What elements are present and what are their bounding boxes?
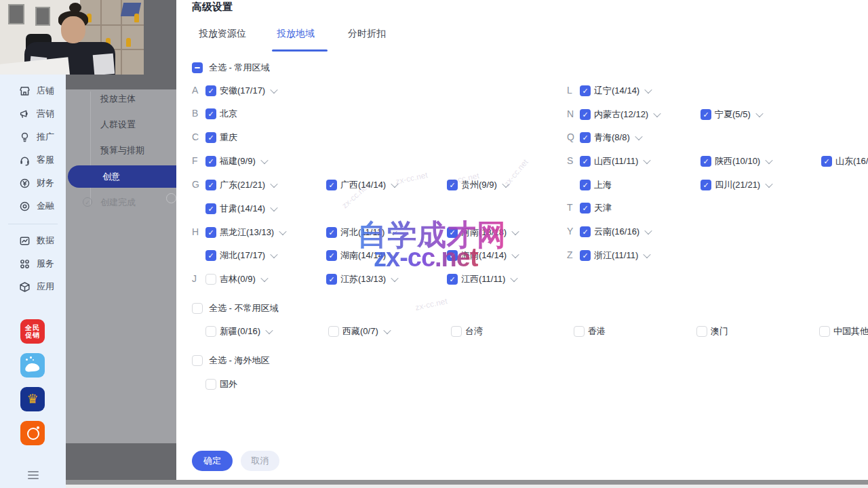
region-item[interactable]: 四川(21/21) bbox=[701, 178, 772, 192]
chevron-down-icon[interactable] bbox=[279, 228, 287, 235]
region-item[interactable]: 澳门 bbox=[696, 325, 728, 338]
chevron-down-icon[interactable] bbox=[512, 251, 519, 258]
region-item[interactable]: 浙江(11/11) bbox=[580, 249, 650, 262]
checkbox[interactable] bbox=[580, 203, 591, 214]
chevron-down-icon[interactable] bbox=[271, 204, 278, 211]
tab-time-discount[interactable]: 分时折扣 bbox=[348, 28, 386, 40]
tab-resource-slots[interactable]: 投放资源位 bbox=[199, 28, 246, 40]
step-item[interactable]: 投放主体 bbox=[100, 93, 136, 105]
checkbox[interactable] bbox=[205, 85, 216, 96]
step-item[interactable]: 预算与排期 bbox=[100, 144, 144, 157]
checkbox[interactable] bbox=[451, 326, 462, 337]
region-item[interactable]: 山西(11/11) bbox=[580, 155, 650, 168]
select-all-overseas-regions[interactable]: 全选 - 海外地区 bbox=[192, 354, 270, 367]
region-item[interactable]: 吉林(0/9) bbox=[205, 272, 267, 286]
sidebar-item-cube[interactable]: 应用 bbox=[19, 280, 66, 293]
region-item[interactable]: 香港 bbox=[574, 325, 606, 338]
select-all-common-regions[interactable]: 全选 - 常用区域 bbox=[192, 61, 270, 75]
checkbox[interactable] bbox=[192, 355, 203, 366]
checkbox[interactable] bbox=[819, 326, 830, 337]
region-item[interactable]: 天津 bbox=[580, 201, 612, 215]
region-item[interactable]: 黑龙江(13/13) bbox=[205, 226, 285, 239]
checkbox[interactable] bbox=[696, 326, 707, 337]
chevron-down-icon[interactable] bbox=[260, 274, 268, 282]
region-item[interactable]: 重庆 bbox=[205, 131, 237, 144]
sidebar-item-chart[interactable]: 数据 bbox=[19, 234, 66, 247]
sidebar-item-coin[interactable]: 财务 bbox=[19, 176, 66, 190]
region-item[interactable]: 福建(9/9) bbox=[205, 155, 267, 168]
select-all-uncommon-regions[interactable]: 全选 - 不常用区域 bbox=[192, 302, 279, 315]
step-item-active-pill[interactable]: 创意 bbox=[68, 165, 176, 188]
checkbox[interactable] bbox=[205, 250, 216, 261]
checkbox[interactable] bbox=[580, 250, 591, 261]
checkbox[interactable] bbox=[701, 109, 711, 120]
chevron-down-icon[interactable] bbox=[644, 157, 651, 164]
checkbox[interactable] bbox=[821, 156, 832, 167]
checkbox[interactable] bbox=[701, 156, 711, 167]
chevron-down-icon[interactable] bbox=[265, 327, 273, 334]
checkbox[interactable] bbox=[192, 303, 203, 314]
region-item[interactable]: 北京 bbox=[205, 107, 237, 121]
sidebar-item-target[interactable]: 金融 bbox=[19, 199, 66, 213]
checkbox[interactable] bbox=[205, 227, 216, 238]
checkbox[interactable] bbox=[205, 108, 216, 119]
checkbox[interactable] bbox=[205, 203, 216, 214]
sidebar-item-bulb[interactable]: 推广 bbox=[19, 130, 66, 144]
region-item[interactable]: 中国其他 bbox=[819, 325, 868, 338]
checkbox[interactable] bbox=[701, 180, 711, 190]
chevron-down-icon[interactable] bbox=[766, 157, 773, 164]
region-item[interactable]: 云南(16/16) bbox=[580, 225, 651, 239]
sidebar-item-megaphone[interactable]: 营销 bbox=[19, 107, 66, 121]
chevron-down-icon[interactable] bbox=[383, 327, 391, 334]
cancel-button[interactable]: 取消 bbox=[241, 451, 279, 471]
region-item[interactable]: 宁夏(5/5) bbox=[701, 108, 762, 121]
region-item[interactable]: 辽宁(14/14) bbox=[580, 84, 651, 98]
chevron-down-icon[interactable] bbox=[644, 251, 651, 258]
chevron-down-icon[interactable] bbox=[654, 110, 661, 117]
sidebar-item-headset[interactable]: 客服 bbox=[19, 153, 66, 167]
whale-app-icon[interactable] bbox=[20, 353, 45, 378]
camera-app-icon[interactable] bbox=[20, 421, 45, 445]
checkbox[interactable] bbox=[326, 274, 337, 285]
region-item[interactable]: 新疆(0/16) bbox=[205, 325, 272, 338]
chevron-down-icon[interactable] bbox=[635, 133, 642, 140]
region-item[interactable]: 国外 bbox=[205, 378, 237, 391]
crown-app-icon[interactable]: ♛ bbox=[20, 387, 45, 411]
checkbox[interactable] bbox=[580, 132, 591, 143]
chevron-down-icon[interactable] bbox=[766, 180, 773, 188]
confirm-button[interactable]: 确定 bbox=[192, 451, 233, 471]
chevron-down-icon[interactable] bbox=[271, 86, 278, 94]
region-item[interactable]: 西藏(0/7) bbox=[328, 325, 390, 338]
region-item[interactable]: 台湾 bbox=[451, 325, 483, 338]
checkbox[interactable] bbox=[580, 156, 591, 167]
chevron-down-icon[interactable] bbox=[645, 86, 652, 94]
chevron-down-icon[interactable] bbox=[511, 274, 518, 282]
region-item[interactable]: 甘肃(14/14) bbox=[205, 202, 277, 216]
region-item[interactable]: 江苏(13/13) bbox=[326, 272, 397, 286]
quanmin-cuxiao-app-icon[interactable]: 全民促销 bbox=[20, 319, 45, 344]
region-item[interactable]: 内蒙古(12/12) bbox=[580, 108, 660, 121]
checkbox[interactable] bbox=[328, 326, 339, 337]
checkbox[interactable] bbox=[326, 250, 337, 261]
region-item[interactable]: 湖北(17/17) bbox=[205, 249, 277, 262]
sidebar-item-shop[interactable]: 店铺 bbox=[19, 84, 66, 98]
checkbox[interactable] bbox=[205, 379, 216, 390]
chevron-down-icon[interactable] bbox=[271, 251, 278, 258]
checkbox[interactable] bbox=[205, 326, 216, 337]
checkbox[interactable] bbox=[447, 274, 458, 285]
hamburger-menu-icon[interactable] bbox=[28, 469, 39, 481]
checkbox[interactable] bbox=[205, 274, 216, 285]
chevron-down-icon[interactable] bbox=[512, 228, 519, 235]
chevron-down-icon[interactable] bbox=[260, 157, 268, 164]
checkbox[interactable] bbox=[205, 180, 216, 190]
checkbox[interactable] bbox=[580, 109, 591, 120]
tab-regions[interactable]: 投放地域 bbox=[277, 28, 315, 40]
chevron-down-icon[interactable] bbox=[755, 110, 763, 117]
checkbox[interactable] bbox=[192, 62, 203, 73]
step-item[interactable]: 人群设置 bbox=[100, 119, 136, 131]
checkbox[interactable] bbox=[574, 326, 585, 337]
checkbox[interactable] bbox=[205, 132, 216, 143]
region-item[interactable]: 广东(21/21) bbox=[205, 178, 277, 192]
chevron-down-icon[interactable] bbox=[645, 227, 652, 235]
region-item[interactable]: 上海 bbox=[580, 178, 612, 192]
